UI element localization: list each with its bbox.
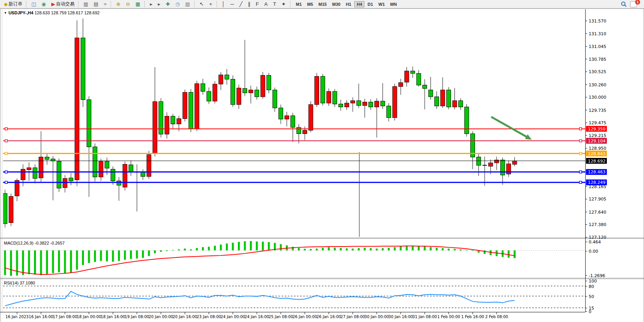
timeframe-w1[interactable]: W1 [376, 1, 387, 7]
bear-candle [81, 38, 85, 100]
tile-windows-button[interactable]: ▦ [133, 0, 143, 8]
timeframe-m15[interactable]: M15 [316, 1, 329, 7]
price-tick-label: 130.525 [589, 69, 606, 74]
resistance-line-1-handle[interactable] [5, 128, 7, 130]
bull-candle [453, 101, 457, 107]
time-tick-label: 26 Jan 00:00 [292, 315, 317, 319]
chart-window[interactable]: 131.570131.310131.045130.785130.525130.2… [0, 9, 644, 322]
support-line-1-handle[interactable] [5, 171, 7, 173]
crosshair-button[interactable]: + [207, 0, 215, 8]
new-order-button[interactable]: ◆新订单 [2, 0, 24, 8]
auto-trading-button[interactable]: ▶自动交易 [50, 0, 77, 8]
bear-candle [465, 107, 469, 134]
timeframe-h4[interactable]: H4 [354, 1, 364, 7]
bear-candle [129, 165, 133, 172]
bull-candle [345, 103, 349, 107]
headset-icon[interactable]: ◉ [39, 0, 48, 8]
chart-window-icon-icon: ◫ [31, 2, 36, 7]
cursor-button[interactable]: ↖ [198, 0, 207, 8]
timeframe-d1[interactable]: D1 [365, 1, 375, 7]
horizontal-line-button[interactable]: ─ [229, 0, 237, 8]
time-tick-label: 18 Jan 16:00 [101, 315, 125, 319]
fibonacci-button[interactable]: F [254, 0, 261, 8]
bear-candle [423, 85, 427, 89]
bear-candle [477, 157, 481, 165]
zoom-out-button[interactable]: ⊖ [124, 0, 133, 8]
indicator-window-icon: ▸ [158, 2, 161, 7]
messages-icon[interactable]: 1 [630, 1, 637, 7]
macd-axis-label: 0.464 [589, 240, 601, 245]
line-chart-button[interactable]: ≈ [102, 0, 109, 8]
time-tick-label: 19 Jan 08:00 [125, 315, 149, 319]
bear-candle [69, 178, 73, 181]
search-icon[interactable] [621, 1, 627, 7]
macd-axis-label: -1.2696 [589, 273, 605, 278]
timeframe-m5[interactable]: M5 [305, 1, 315, 7]
bear-candle [57, 161, 61, 188]
chart-canvas[interactable]: 131.570131.310131.045130.785130.525130.2… [0, 9, 644, 322]
bear-candle [201, 84, 205, 91]
bear-candle [243, 89, 247, 93]
price-level-text: 129.104 [588, 139, 606, 144]
price-tick-label: 131.570 [589, 19, 606, 24]
add-indicator-button[interactable]: ✚ [164, 0, 173, 8]
bear-candle [225, 75, 229, 79]
resistance-line-2-handle[interactable] [5, 140, 7, 142]
timeframe-h1[interactable]: H1 [343, 1, 354, 7]
bear-candle [321, 76, 325, 103]
line-chart-icon: ≈ [104, 2, 106, 7]
bear-candle [45, 157, 49, 159]
text-label-button[interactable]: T [271, 0, 279, 8]
support-line-1-handle[interactable] [579, 171, 582, 173]
rsi-axis-label: 100 [589, 279, 597, 284]
time-tick-label: 30 Jan 16:00 [388, 315, 413, 319]
bear-candle [339, 104, 343, 107]
text-label-icon: T [273, 2, 276, 7]
bar-chart-button[interactable]: ▥ [82, 0, 91, 8]
resistance-line-1-handle[interactable] [579, 128, 582, 130]
price-tick-label: 127.640 [589, 210, 606, 215]
timeframe-m30[interactable]: M30 [330, 1, 343, 7]
vertical-line-button[interactable]: │ [220, 0, 228, 8]
bull-candle [512, 161, 517, 164]
fibonacci-icon: F [256, 2, 259, 7]
bull-candle [393, 87, 397, 118]
price-tick-label: 129.475 [589, 120, 606, 125]
zoom-in-button[interactable]: ⊕ [114, 0, 123, 8]
indicator-list-button[interactable]: ▸ [148, 0, 155, 8]
indicator-window-button[interactable]: ▸ [156, 0, 163, 8]
timeframe-mn[interactable]: MN [388, 1, 399, 7]
template-button[interactable]: ▧ [183, 0, 193, 8]
bull-candle [237, 88, 241, 104]
pivot-line-handle[interactable] [5, 152, 7, 155]
bull-candle [21, 169, 25, 180]
toolbar: ◆新订单◫◉▶自动交易▥▤≈⊕⊖▦▸▸✚◷▧↖+│─╱∥FAT✦M1M5M15M… [0, 0, 644, 9]
crosshair-icon: + [209, 2, 212, 7]
bear-candle [291, 116, 295, 127]
candlestick-chart-icon: ▤ [94, 2, 98, 7]
vertical-line-icon: │ [222, 2, 225, 7]
bull-candle [9, 197, 13, 223]
tile-windows-icon: ▦ [135, 2, 140, 7]
arrows-button[interactable]: ✦ [280, 0, 289, 8]
trendline-button[interactable]: ╱ [237, 0, 245, 8]
chart-window-icon[interactable]: ◫ [29, 0, 39, 8]
time-tick-label: 25 Jan 08:00 [268, 315, 293, 319]
support-line-2-handle[interactable] [5, 181, 7, 183]
pivot-line-handle[interactable] [579, 152, 582, 155]
bull-candle [285, 116, 289, 119]
text-button[interactable]: A [262, 0, 270, 8]
bear-candle [207, 91, 211, 101]
candlestick-chart-button[interactable]: ▤ [92, 0, 101, 8]
timeframe-m1[interactable]: M1 [294, 1, 304, 7]
periods-clock-button[interactable]: ◷ [173, 0, 182, 8]
resistance-line-2-handle[interactable] [579, 140, 582, 142]
bear-candle [447, 90, 451, 107]
bear-candle [159, 102, 163, 134]
bear-candle [297, 127, 301, 134]
support-line-2-handle[interactable] [579, 181, 582, 183]
arrows-icon: ✦ [282, 2, 286, 7]
channel-button[interactable]: ∥ [246, 0, 253, 8]
price-tick-label: 130.785 [589, 57, 606, 62]
bull-candle [75, 38, 79, 180]
